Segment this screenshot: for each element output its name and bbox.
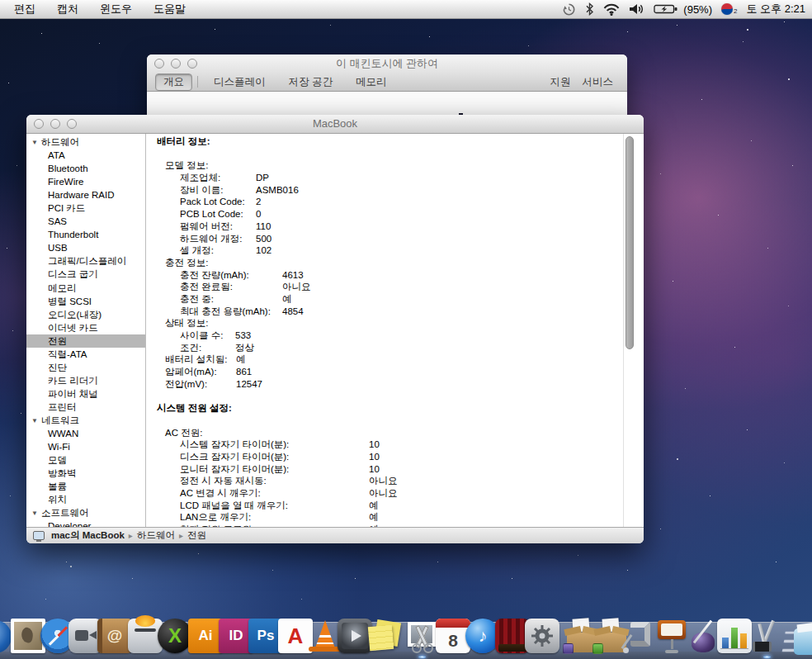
about-window-titlebar[interactable]: 이 매킨토시에 관하여 [147,55,627,73]
breadcrumb-item[interactable]: 하드웨어 [137,530,175,540]
sidebar-item-디스크 굽기[interactable]: 디스크 굽기 [26,268,145,281]
clamp-utility-icon[interactable] [624,619,659,653]
sidebar-item-Wi-Fi[interactable]: Wi-Fi [26,440,145,453]
dock: @ X Ai ID Ps A 8 ♪ [0,615,812,659]
info-line: 제조업체:DP [153,172,644,184]
breadcrumb-item[interactable]: 전원 [187,530,206,540]
battery-charging-icon[interactable] [654,3,677,15]
computer-icon [33,531,45,540]
sidebar-item-ATA[interactable]: ATA [26,149,145,162]
battery-percent[interactable]: (95%) [683,3,712,16]
menu-item-1[interactable]: 캡처 [46,0,89,18]
info-line: AC 변경 시 깨우기:아니요 [153,487,644,500]
sidebar-item-Bluetooth[interactable]: Bluetooth [26,162,145,175]
path-bar-crumbs: mac의 MacBook▸하드웨어▸전원 [50,529,208,542]
tab-storage[interactable]: 저장 공간 [281,74,340,90]
sidebar-item-병렬 SCSI[interactable]: 병렬 SCSI [26,295,145,308]
menu-item-0[interactable]: 편집 [3,0,46,18]
sidebar-item-카드 리더기[interactable]: 카드 리더기 [26,374,145,387]
sidebar-item-Developer[interactable]: Developer [26,519,145,527]
sidebar-item-파이버 채널[interactable]: 파이버 채널 [26,387,145,401]
disclosure-triangle-icon[interactable]: ▼ [31,510,38,517]
system-information-window: MacBook ▼하드웨어ATABluetoothFireWireHardwar… [26,115,644,543]
service-link[interactable]: 서비스 [577,75,620,89]
zoom-button[interactable] [187,59,197,69]
input-source-flag-icon[interactable]: 2 [721,3,737,15]
system-preferences-icon[interactable] [525,619,559,653]
menu-bar-clock[interactable]: 토 오후 2:21 [746,2,805,17]
wifi-icon[interactable] [603,3,620,16]
sidebar-item-Hardware RAID[interactable]: Hardware RAID [26,188,145,201]
sidebar-item-이더넷 카드[interactable]: 이더넷 카드 [26,321,145,334]
system-information-icon[interactable] [749,619,784,653]
breadcrumb-separator: ▸ [129,531,133,540]
sidebar-item-프린터[interactable]: 프린터 [26,401,145,414]
support-link[interactable]: 지원 [545,75,577,89]
sidebar-item-소프트웨어[interactable]: ▼소프트웨어 [26,506,145,519]
zoom-button[interactable] [67,119,77,129]
stickies-icon[interactable] [367,619,402,653]
green-x-app-icon[interactable]: X [158,619,192,653]
sidebar-item-WWAN[interactable]: WWAN [26,427,145,440]
info-line: 충전 정보: [153,257,644,269]
info-line: AC 전원: [153,427,644,439]
grab-icon[interactable] [404,619,439,653]
sidebar-item-볼륨[interactable]: 볼륨 [26,480,145,493]
sidebar-item-PCI 카드[interactable]: PCI 카드 [26,201,145,215]
sidebar-item-SAS[interactable]: SAS [26,215,145,228]
address-book-icon[interactable]: @ [97,619,132,653]
dock-partial-document-icon[interactable] [794,628,812,655]
sysinfo-path-bar: mac의 MacBook▸하드웨어▸전원 [26,527,644,543]
app-badge [592,643,603,654]
tab-memory[interactable]: 메모리 [348,74,394,90]
scrollbar-thumb[interactable] [626,136,634,349]
sidebar-item-FireWire[interactable]: FireWire [26,175,145,188]
bluetooth-icon[interactable] [585,2,594,16]
menu-item-3[interactable]: 도움말 [143,0,196,18]
disclosure-triangle-icon[interactable]: ▼ [31,417,38,424]
tab-overview[interactable]: 개요 [155,73,192,91]
info-line: LCD 패널을 열 때 깨우기:예 [153,500,644,512]
sidebar-item-하드웨어[interactable]: ▼하드웨어 [26,135,145,149]
menu-item-2[interactable]: 윈도우 [89,0,143,18]
breadcrumb-item[interactable]: mac의 MacBook [51,530,125,540]
breadcrumb-separator: ▸ [179,531,183,540]
vertical-scrollbar[interactable] [623,134,636,527]
sidebar-item-Thunderbolt[interactable]: Thunderbolt [26,228,145,241]
sidebar-item-그래픽/디스플레이[interactable]: 그래픽/디스플레이 [26,254,145,268]
sidebar-item-네트워크[interactable]: ▼네트워크 [26,414,145,427]
tab-displays[interactable]: 디스플레이 [206,74,273,90]
keynote-icon[interactable] [654,619,689,653]
info-line: 충전 잔량(mAh):4613 [153,269,644,282]
blank-line [153,148,644,160]
calendar-day-glyph: 8 [448,628,458,653]
sidebar-item-진단[interactable]: 진단 [26,361,145,374]
minimize-button[interactable] [171,59,181,69]
volume-icon[interactable] [629,3,644,15]
sidebar-item-직렬-ATA[interactable]: 직렬-ATA [26,348,145,361]
time-machine-icon[interactable] [562,2,576,17]
info-line: 디스크 잠자기 타이머(분):10 [153,451,644,463]
disclosure-triangle-icon[interactable]: ▼ [31,139,38,146]
sysinfo-titlebar[interactable]: MacBook [26,115,644,134]
sidebar-item-오디오(내장)[interactable]: 오디오(내장) [26,308,145,321]
sidebar-item-메모리[interactable]: 메모리 [26,282,145,295]
sidebar-item-위치[interactable]: 위치 [26,493,145,506]
pages-icon[interactable] [686,619,720,653]
minimize-button[interactable] [50,119,60,129]
sidebar-item-USB[interactable]: USB [26,241,145,254]
numbers-icon[interactable] [717,619,752,653]
id-glyph: ID [229,628,243,644]
blank-line [153,390,644,402]
sidebar-item-모뎀[interactable]: 모뎀 [26,453,145,467]
info-line: 최대 충전 용량(mAh):4854 [153,306,644,318]
sysinfo-sidebar: ▼하드웨어ATABluetoothFireWireHardware RAIDPC… [26,134,146,527]
close-button[interactable] [34,119,44,129]
info-line: 장비 이름:ASMB016 [153,184,644,197]
close-button[interactable] [154,59,164,69]
illustrator-icon[interactable]: Ai [188,619,223,653]
info-line: 충전 중:예 [153,293,644,306]
sidebar-item-전원[interactable]: 전원 [26,334,145,348]
acrobat-a-glyph: A [288,623,304,649]
sidebar-item-방화벽[interactable]: 방화벽 [26,467,145,480]
